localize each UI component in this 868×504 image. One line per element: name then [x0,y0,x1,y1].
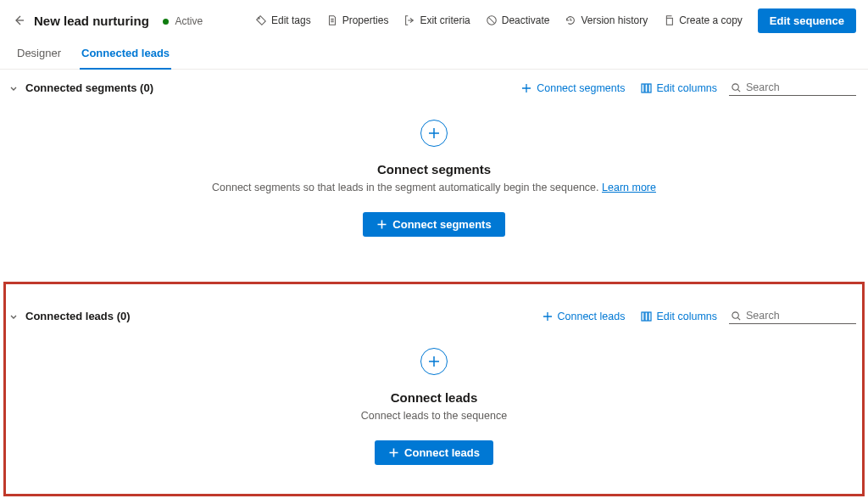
tab-bar: Designer Connected leads [0,39,868,70]
leads-actions: Connect leads Edit columns [538,308,856,324]
edit-sequence-button[interactable]: Edit sequence [758,8,856,33]
svg-rect-3 [642,84,644,92]
svg-rect-9 [648,312,651,321]
connect-leads-button[interactable]: Connect leads [375,440,493,465]
leads-edit-columns-label: Edit columns [656,311,717,322]
segments-search[interactable] [729,80,856,96]
svg-point-6 [732,83,738,89]
arrow-left-icon [12,14,25,27]
exit-icon [403,14,415,26]
connect-leads-link[interactable]: Connect leads [538,309,629,324]
plus-icon [542,311,554,322]
create-copy-button[interactable]: Create a copy [656,11,749,30]
segments-actions: Connect segments Edit columns [517,80,856,96]
segments-search-input[interactable] [746,81,848,93]
exit-criteria-label: Exit criteria [420,14,470,26]
svg-rect-7 [642,312,644,321]
connect-leads-link-label: Connect leads [558,311,626,322]
properties-label: Properties [342,14,389,26]
segments-empty-desc: Connect segments so that leads in the se… [212,182,656,193]
deactivate-label: Deactivate [502,14,550,26]
create-copy-label: Create a copy [679,14,743,26]
connect-segments-button[interactable]: Connect segments [363,212,504,237]
deactivate-button[interactable]: Deactivate [479,11,557,30]
columns-icon [640,311,652,322]
page-header: New lead nurturing Active Edit tags Prop… [0,0,868,32]
leads-empty-title: Connect leads [391,390,478,405]
chevron-down-icon [8,83,19,93]
leads-empty-desc: Connect leads to the sequence [361,410,507,422]
leads-edit-columns-button[interactable]: Edit columns [637,309,721,324]
copy-icon [663,14,675,26]
segments-empty-desc-text: Connect segments so that leads in the se… [212,182,599,193]
tag-icon [255,14,267,26]
connect-leads-button-label: Connect leads [404,446,480,459]
svg-rect-5 [648,84,651,92]
leads-section-title: Connected leads (0) [25,310,131,322]
segments-section-title: Connected segments (0) [25,81,153,94]
properties-button[interactable]: Properties [320,11,396,30]
plus-icon [520,82,532,94]
leads-empty-state: Connect leads Connect leads to the seque… [8,324,860,482]
version-history-label: Version history [581,14,648,26]
svg-rect-4 [645,84,648,92]
leads-search-input[interactable] [746,310,848,322]
edit-tags-label: Edit tags [271,14,311,26]
leads-search[interactable] [729,308,856,324]
tab-designer[interactable]: Designer [15,40,63,70]
segments-empty-state: Connect segments Connect segments so tha… [8,96,860,254]
segments-empty-title: Connect segments [377,162,491,176]
svg-rect-2 [667,18,673,25]
segments-edit-columns-button[interactable]: Edit columns [637,81,721,96]
history-icon [565,14,576,26]
segments-toolbar: Connected segments (0) Connect segments … [8,80,860,96]
plus-icon [376,219,387,230]
tab-connected-leads[interactable]: Connected leads [80,40,171,70]
back-button[interactable] [12,14,25,27]
header-commands: Edit tags Properties Exit criteria Deact… [248,8,856,33]
document-icon [326,14,338,26]
search-icon [731,311,742,322]
svg-point-10 [732,311,738,317]
status-dot-icon [163,19,169,25]
connected-segments-section: Connected segments (0) Connect segments … [0,70,868,254]
connect-segments-button-label: Connect segments [392,218,491,231]
plus-icon [388,447,399,458]
deactivate-icon [486,14,498,26]
search-icon [731,82,742,93]
version-history-button[interactable]: Version history [558,11,654,30]
learn-more-link[interactable]: Learn more [602,182,656,193]
segments-edit-columns-label: Edit columns [656,82,717,94]
plus-circle-icon [420,348,448,375]
status-indicator: Active [158,14,203,27]
leads-title-toggle[interactable]: Connected leads (0) [8,310,131,322]
exit-criteria-button[interactable]: Exit criteria [397,11,476,30]
connected-leads-section: Connected leads (0) Connect leads Edit c… [0,254,868,482]
edit-tags-button[interactable]: Edit tags [248,11,318,30]
svg-rect-8 [645,312,648,321]
status-text: Active [175,15,203,27]
connect-segments-link[interactable]: Connect segments [517,81,628,96]
plus-circle-icon [420,120,448,147]
svg-point-0 [258,18,259,20]
header-left: New lead nurturing Active [12,14,203,28]
leads-toolbar: Connected leads (0) Connect leads Edit c… [8,308,860,324]
chevron-down-icon [8,311,19,322]
page-title: New lead nurturing [34,14,149,28]
columns-icon [640,82,652,94]
segments-title-toggle[interactable]: Connected segments (0) [8,81,153,94]
connect-segments-link-label: Connect segments [537,82,625,94]
